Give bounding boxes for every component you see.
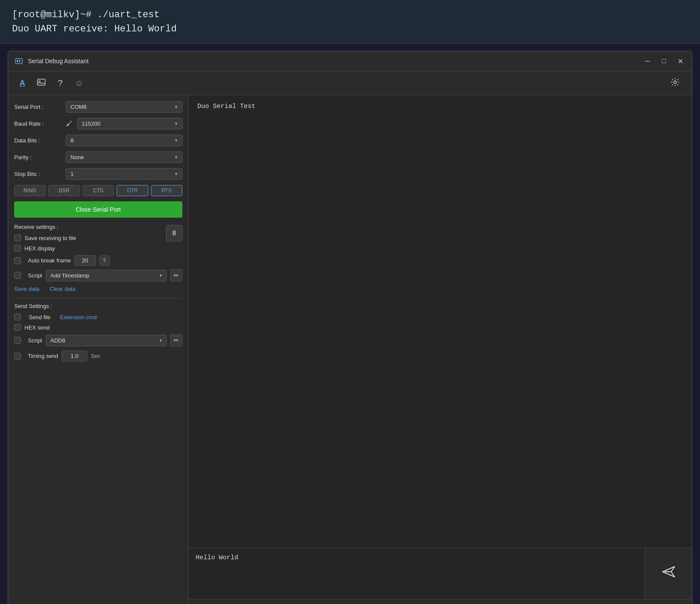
hex-display-label: HEX display (25, 245, 55, 252)
close-serial-port-button[interactable]: Close Serial Port (14, 201, 182, 218)
status-bar: Send : 11 Receive : 16 - 16 Reset count (189, 599, 692, 604)
serial-port-value: COM8 (71, 104, 87, 110)
edit-receive-script-button[interactable]: ✏ (170, 269, 182, 281)
send-file-checkbox[interactable] (14, 314, 21, 320)
signal-buttons-row: RING DSR CTS DTR RTS (14, 185, 182, 196)
chevron-down-icon: ▾ (175, 171, 178, 177)
chevron-down-icon: ▾ (175, 138, 178, 143)
settings-button[interactable] (667, 75, 683, 91)
send-script-row: Script ADD8 ▾ ✏ (14, 334, 182, 346)
chevron-down-icon: ▾ (175, 104, 178, 110)
sec-label: Sec (91, 353, 100, 359)
dsr-button[interactable]: DSR (48, 185, 80, 196)
image-icon (37, 77, 46, 89)
maximize-button[interactable]: □ (658, 55, 669, 67)
terminal-line1: [root@milkv]~# ./uart_test (12, 8, 688, 22)
rts-button[interactable]: RTS (151, 185, 182, 196)
chevron-down-icon: ▾ (160, 273, 162, 278)
auto-break-help-button[interactable]: ? (99, 256, 110, 266)
send-icon (659, 562, 678, 585)
send-input-area[interactable]: Hello World (189, 548, 645, 599)
app-window: Serial Debug Assistant ─ □ ✕ A ? ☺ (8, 51, 692, 604)
dtr-button[interactable]: DTR (117, 185, 148, 196)
hex-display-checkbox[interactable] (14, 245, 21, 252)
font-icon: A (20, 79, 25, 88)
parity-label: Parity : (14, 154, 66, 160)
edit-send-script-button[interactable]: ✏ (170, 334, 182, 346)
minimize-button[interactable]: ─ (642, 55, 653, 67)
ring-button[interactable]: RING (14, 185, 46, 196)
auto-break-label: Auto break frame (28, 257, 71, 264)
help-button[interactable]: ? (52, 75, 68, 91)
send-script-checkbox[interactable] (14, 337, 21, 344)
pause-button[interactable]: ⏸ (166, 225, 182, 241)
font-button[interactable]: A (14, 75, 31, 91)
send-script-select[interactable]: ADD8 ▾ (46, 335, 167, 346)
baud-icon (66, 119, 74, 128)
extension-cmd-button[interactable]: Extension cmd (60, 314, 97, 320)
svg-point-5 (674, 81, 676, 83)
timing-send-label: Timing send (28, 353, 58, 359)
send-area-container: Hello World (189, 548, 692, 599)
receive-script-select[interactable]: Add Timestamp ▾ (46, 270, 167, 281)
close-button[interactable]: ✕ (675, 55, 686, 67)
send-script-label: Script (28, 337, 42, 344)
baud-rate-row: Baud Rate : 115200 ▾ (14, 118, 182, 129)
settings-icon (670, 77, 680, 89)
save-to-file-row: Save receiving to file (14, 234, 182, 241)
baud-rate-select[interactable]: 115200 ▾ (77, 118, 182, 129)
chevron-down-icon: ▾ (175, 121, 178, 126)
baud-rate-value: 115200 (82, 120, 100, 127)
hex-send-label: HEX send (25, 324, 50, 331)
chevron-down-icon: ▾ (160, 338, 162, 343)
auto-break-row: Auto break frame 20 ? (14, 255, 182, 266)
save-to-file-checkbox[interactable] (14, 234, 21, 241)
edit-icon: ✏ (174, 337, 179, 344)
parity-select[interactable]: None ▾ (66, 151, 182, 163)
stop-bits-select[interactable]: 1 ▾ (66, 168, 182, 180)
hex-send-checkbox[interactable] (14, 324, 21, 331)
parity-value: None (71, 154, 84, 160)
baud-rate-label: Baud Rate : (14, 120, 66, 127)
serial-port-label: Serial Port : (14, 104, 66, 110)
stop-bits-value: 1 (71, 171, 74, 177)
save-data-button[interactable]: Save data (14, 286, 40, 292)
hex-display-row: HEX display (14, 245, 182, 252)
right-panel: Duo Serial Test Hello World (189, 95, 692, 604)
receive-content: Duo Serial Test (197, 103, 255, 110)
receive-script-label: Script (28, 272, 42, 279)
stop-bits-label: Stop Bits : (14, 171, 66, 177)
clear-data-button[interactable]: Clear data (50, 286, 76, 292)
svg-rect-2 (19, 60, 20, 62)
title-bar: Serial Debug Assistant ─ □ ✕ (8, 51, 692, 71)
auto-break-input[interactable]: 20 (74, 255, 96, 266)
help-icon: ? (58, 78, 62, 88)
data-bits-label: Data Bits : (14, 137, 66, 144)
timing-input[interactable] (61, 351, 87, 361)
data-actions-row: Save data Clear data (14, 286, 182, 292)
receive-script-row: Script Add Timestamp ▾ ✏ (14, 269, 182, 281)
serial-port-row: Serial Port : COM8 ▾ (14, 101, 182, 113)
emoji-icon: ☺ (75, 78, 83, 88)
receive-settings-header: Receive settings : (14, 224, 182, 230)
send-content: Hello World (196, 554, 238, 561)
window-controls: ─ □ ✕ (642, 55, 686, 67)
toolbar: A ? ☺ (8, 71, 692, 95)
receive-script-checkbox[interactable] (14, 272, 21, 279)
send-button[interactable] (645, 548, 692, 599)
pause-icon: ⏸ (171, 229, 178, 237)
timing-send-checkbox[interactable] (14, 353, 21, 360)
svg-line-6 (68, 121, 72, 125)
serial-port-select[interactable]: COM8 ▾ (66, 101, 182, 113)
image-button[interactable] (33, 75, 49, 91)
data-bits-select[interactable]: 8 ▾ (66, 135, 182, 146)
emoji-button[interactable]: ☺ (71, 75, 87, 91)
auto-break-checkbox[interactable] (14, 257, 21, 264)
send-settings-header: Send Settings : (14, 303, 182, 309)
terminal-line2: Duo UART receive: Hello World (12, 22, 688, 36)
receive-script-value: Add Timestamp (50, 272, 89, 279)
cts-button[interactable]: CTS (83, 185, 114, 196)
send-script-value: ADD8 (50, 337, 65, 344)
chevron-down-icon: ▾ (175, 154, 178, 160)
stop-bits-row: Stop Bits : 1 ▾ (14, 168, 182, 180)
